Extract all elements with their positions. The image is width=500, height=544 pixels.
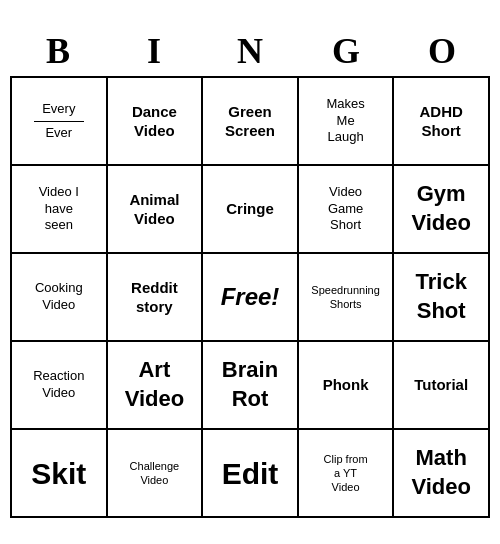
cell-text-7: Cringe — [226, 199, 274, 219]
bingo-cell-0: EveryEver — [12, 78, 108, 166]
bingo-cell-1: Dance Video — [108, 78, 204, 166]
bingo-card: BINGO EveryEverDance VideoGreen ScreenMa… — [10, 26, 490, 518]
bingo-cell-17: Brain Rot — [203, 342, 299, 430]
bingo-cell-9: Gym Video — [394, 166, 490, 254]
bingo-cell-4: ADHD Short — [394, 78, 490, 166]
cell-text-22: Edit — [222, 454, 279, 493]
bingo-cell-15: Reaction Video — [12, 342, 108, 430]
cell-text-15: Reaction Video — [33, 368, 84, 402]
cell-text-6: Animal Video — [129, 190, 179, 229]
every-ever-content: EveryEver — [34, 101, 84, 142]
bingo-header: BINGO — [10, 26, 490, 76]
bingo-cell-5: Video I have seen — [12, 166, 108, 254]
bingo-cell-8: Video Game Short — [299, 166, 395, 254]
cell-text-18: Phonk — [323, 375, 369, 395]
cell-text-2: Green Screen — [225, 102, 275, 141]
cell-text-10: Cooking Video — [35, 280, 83, 314]
cell-text-3: Makes Me Laugh — [326, 96, 364, 147]
cell-text-12: Free! — [221, 281, 280, 312]
bingo-cell-13: Speedrunning Shorts — [299, 254, 395, 342]
cell-text-16: Art Video — [125, 356, 185, 413]
cell-text-20: Skit — [31, 454, 86, 493]
cell-text-24: Math Video — [411, 444, 471, 501]
cell-text-17: Brain Rot — [222, 356, 278, 413]
bingo-cell-11: Reddit story — [108, 254, 204, 342]
header-letter-g: G — [301, 30, 391, 72]
bingo-cell-23: Clip from a YT Video — [299, 430, 395, 518]
cell-text-1: Dance Video — [132, 102, 177, 141]
bingo-cell-6: Animal Video — [108, 166, 204, 254]
header-letter-b: B — [13, 30, 103, 72]
cell-text-4: ADHD Short — [420, 102, 463, 141]
cell-text-13: Speedrunning Shorts — [311, 283, 380, 312]
bingo-cell-12: Free! — [203, 254, 299, 342]
bingo-grid: EveryEverDance VideoGreen ScreenMakes Me… — [10, 76, 490, 518]
bingo-cell-7: Cringe — [203, 166, 299, 254]
header-letter-n: N — [205, 30, 295, 72]
every-ever-divider — [34, 121, 84, 122]
header-letter-i: I — [109, 30, 199, 72]
every-text: Every — [42, 101, 75, 118]
cell-text-21: Challenge Video — [130, 459, 180, 488]
cell-text-8: Video Game Short — [328, 184, 363, 235]
bingo-cell-16: Art Video — [108, 342, 204, 430]
cell-text-23: Clip from a YT Video — [324, 452, 368, 495]
bingo-cell-18: Phonk — [299, 342, 395, 430]
bingo-cell-22: Edit — [203, 430, 299, 518]
cell-text-14: Trick Shot — [416, 268, 467, 325]
bingo-cell-2: Green Screen — [203, 78, 299, 166]
bingo-cell-24: Math Video — [394, 430, 490, 518]
bingo-cell-3: Makes Me Laugh — [299, 78, 395, 166]
bingo-cell-14: Trick Shot — [394, 254, 490, 342]
cell-text-5: Video I have seen — [39, 184, 79, 235]
bingo-cell-19: Tutorial — [394, 342, 490, 430]
cell-text-9: Gym Video — [411, 180, 471, 237]
ever-text: Ever — [45, 125, 72, 142]
header-letter-o: O — [397, 30, 487, 72]
cell-text-11: Reddit story — [131, 278, 178, 317]
bingo-cell-10: Cooking Video — [12, 254, 108, 342]
cell-text-19: Tutorial — [414, 375, 468, 395]
bingo-cell-20: Skit — [12, 430, 108, 518]
bingo-cell-21: Challenge Video — [108, 430, 204, 518]
